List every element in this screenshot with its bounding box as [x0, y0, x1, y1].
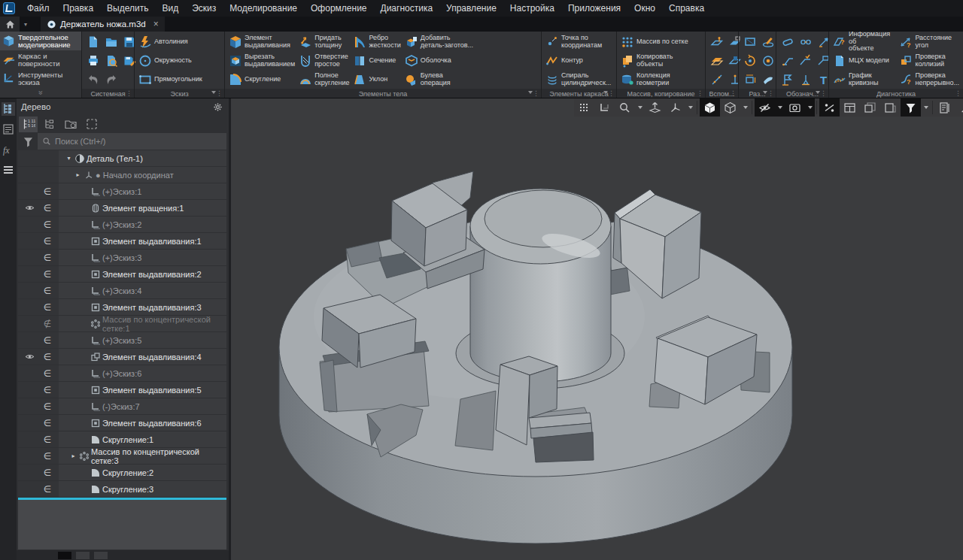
- toolbar-caret-icon[interactable]: [775, 98, 785, 117]
- menu-item-7[interactable]: Диагностика: [374, 0, 440, 17]
- menu-item-8[interactable]: Управление: [439, 0, 503, 17]
- tree-item-17[interactable]: ∈Скругление:1: [18, 431, 226, 447]
- toolbar-caret-icon[interactable]: [921, 98, 931, 117]
- ribbon-collapse-chevron[interactable]: «: [0, 88, 81, 98]
- mode-frame-surfaces[interactable]: Каркас и поверхности: [0, 50, 81, 69]
- tree-relations-button[interactable]: [40, 117, 59, 132]
- group-handle-icon[interactable]: ⋮: [820, 89, 827, 97]
- document-tab[interactable]: Держатель ножа.m3d ×: [41, 17, 165, 32]
- group-handle-icon[interactable]: ⋮: [608, 89, 615, 97]
- group-footer-array-copy[interactable]: Массив, копирование⋮: [617, 89, 705, 98]
- leader-check-button[interactable]: [797, 51, 815, 70]
- group-footer-sketch[interactable]: Эскиз⋮: [135, 89, 224, 98]
- leader-f-button[interactable]: [779, 51, 797, 70]
- show-hide-button[interactable]: [819, 98, 840, 117]
- tree-item-13[interactable]: ∈(+)Эскиз:6: [18, 365, 226, 381]
- boolean-button[interactable]: Булева операция: [403, 70, 475, 89]
- menu-item-12[interactable]: Справка: [662, 0, 711, 17]
- menu-item-5[interactable]: Моделирование: [223, 0, 304, 17]
- sidebar-menu-icon[interactable]: [2, 163, 15, 177]
- tree-item-6[interactable]: ∈(+)Эскиз:3: [18, 250, 226, 265]
- box-dims-button[interactable]: [741, 70, 759, 89]
- redo-button[interactable]: [102, 70, 120, 89]
- geom-collection-button[interactable]: Коллекция геометрии: [619, 70, 690, 89]
- autoline-button[interactable]: Автолиния: [137, 32, 204, 51]
- viewport[interactable]: [231, 98, 963, 560]
- tree-item-20[interactable]: ∈Скругление:3: [18, 481, 226, 497]
- contour-button[interactable]: Контур: [544, 51, 612, 70]
- swirl-button[interactable]: [741, 51, 759, 70]
- knife-button[interactable]: [759, 70, 777, 89]
- tree-item-1[interactable]: ▸● Начало координат: [18, 167, 226, 183]
- visibility-eye[interactable]: [24, 353, 35, 360]
- cut-extrude-button[interactable]: Вырезать выдавливанием: [227, 51, 296, 70]
- sketch-mode-button[interactable]: [594, 98, 615, 117]
- collision-button[interactable]: Проверка коллизий: [898, 51, 961, 70]
- plane-pin-button[interactable]: [708, 32, 726, 51]
- filter-button[interactable]: [901, 98, 921, 117]
- simple-hole-button[interactable]: Отверстие простое: [297, 51, 351, 70]
- mode-solid-modeling[interactable]: Твердотельное моделирование: [0, 32, 81, 50]
- group-footer-annotation[interactable]: Обознач...⋮: [776, 89, 828, 98]
- draft-button[interactable]: Уклон: [351, 70, 402, 89]
- continuity-button[interactable]: Проверка непрерывно...: [898, 70, 961, 89]
- sidebar-tree-icon[interactable]: [2, 102, 15, 116]
- toolbar-caret-icon[interactable]: [635, 98, 645, 117]
- model-cylinder[interactable]: [456, 189, 624, 389]
- menu-item-3[interactable]: Вид: [155, 0, 185, 17]
- rib-button[interactable]: Ребро жесткости: [351, 32, 402, 51]
- tree-item-14[interactable]: ∈Элемент выдавливания:5: [18, 382, 226, 398]
- tree-selection-button[interactable]: [82, 117, 101, 132]
- group-footer-frame-elements[interactable]: Элементы каркаса⋮: [542, 89, 616, 98]
- point-coords-button[interactable]: Точка по координатам: [544, 32, 612, 51]
- group-handle-icon[interactable]: ⋮: [955, 89, 961, 97]
- expander-icon[interactable]: ▸: [74, 171, 82, 178]
- frame-rect-button[interactable]: [741, 32, 759, 51]
- new-doc-button[interactable]: [84, 32, 102, 51]
- toolbar-caret-icon[interactable]: [685, 98, 695, 117]
- disc8-button[interactable]: [759, 51, 777, 70]
- tree-item-11[interactable]: ∈(+)Эскиз:5: [18, 332, 226, 348]
- undo-button[interactable]: [84, 70, 102, 89]
- tree-item-19[interactable]: ∈Скругление:2: [18, 465, 226, 480]
- open-doc-button[interactable]: [102, 32, 120, 51]
- image-quality-button[interactable]: [785, 98, 805, 117]
- toolbar-caret-icon[interactable]: [805, 98, 815, 117]
- tree-composition-button[interactable]: [61, 117, 80, 132]
- hide-objects-button[interactable]: [755, 98, 775, 117]
- mcx-button[interactable]: МЦХ модели: [831, 51, 897, 70]
- extrude-button[interactable]: Элемент выдавливания: [227, 32, 296, 51]
- rectangle-button[interactable]: Прямоугольник: [137, 70, 204, 89]
- capsule-button[interactable]: [779, 32, 797, 51]
- expander-icon[interactable]: ▸: [69, 453, 77, 459]
- sidebar-variables-icon[interactable]: [2, 143, 15, 156]
- tree-item-5[interactable]: ∈Элемент выдавливания:1: [18, 233, 226, 249]
- menu-item-0[interactable]: Файл: [20, 0, 56, 17]
- full-fillet-button[interactable]: Полное скругление: [297, 70, 351, 89]
- object-info-button[interactable]: Информация об объекте: [831, 32, 897, 51]
- fillet-button[interactable]: Скругление: [227, 70, 296, 89]
- tree-item-3[interactable]: ∈Элемент вращения:1: [18, 200, 226, 216]
- home-button[interactable]: [0, 17, 20, 32]
- tree-bottom-icon-2[interactable]: [76, 552, 90, 559]
- measure-button[interactable]: [935, 98, 955, 117]
- tree-item-15[interactable]: ∈(-)Эскиз:7: [18, 398, 226, 414]
- menu-item-2[interactable]: Выделить: [100, 0, 155, 17]
- window-new-button[interactable]: [880, 98, 901, 117]
- group-handle-icon[interactable]: ⋮: [730, 89, 737, 97]
- tree-item-4[interactable]: ∈(+)Эскиз:2: [18, 216, 226, 232]
- group-footer-system[interactable]: Системная⋮: [82, 89, 134, 98]
- window-layout-button[interactable]: [840, 98, 860, 117]
- tree-item-18[interactable]: ∈▸Массив по концентрической сетке:3: [18, 448, 226, 464]
- axis-line-button[interactable]: [708, 70, 726, 89]
- menu-item-9[interactable]: Настройка: [503, 0, 561, 17]
- group-footer-evaluation[interactable]: Раз...⋮: [739, 89, 776, 98]
- print-button[interactable]: [84, 51, 102, 70]
- tree-item-0[interactable]: ▾Деталь (Тел-1): [18, 150, 226, 166]
- zoom-button[interactable]: [615, 98, 635, 117]
- group-handle-icon[interactable]: ⋮: [767, 89, 774, 97]
- shell-button[interactable]: Оболочка: [403, 51, 475, 70]
- menu-item-1[interactable]: Правка: [56, 0, 101, 17]
- tree-item-8[interactable]: ∈(+)Эскиз:4: [18, 283, 226, 298]
- pencil-disc-button[interactable]: [759, 32, 777, 51]
